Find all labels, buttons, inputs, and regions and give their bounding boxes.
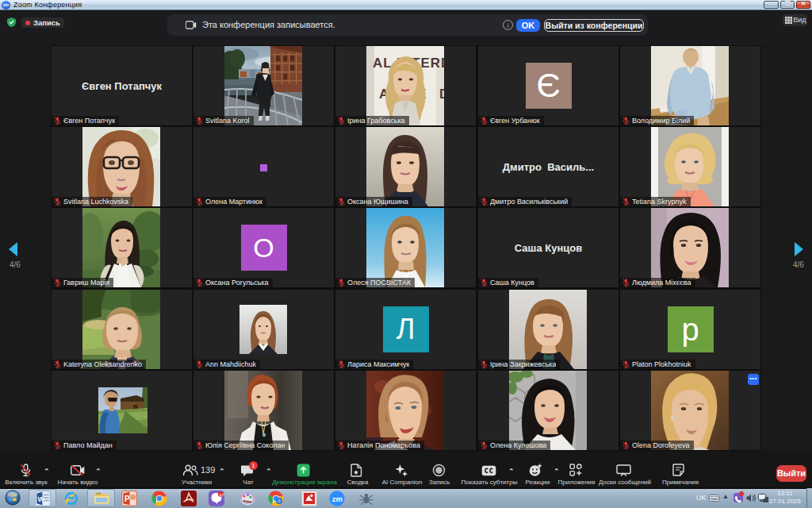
svg-text:P: P: [124, 495, 130, 503]
svg-text:W: W: [38, 495, 45, 503]
svg-text:107: 107: [219, 493, 224, 497]
svg-text:zm: zm: [332, 495, 343, 503]
